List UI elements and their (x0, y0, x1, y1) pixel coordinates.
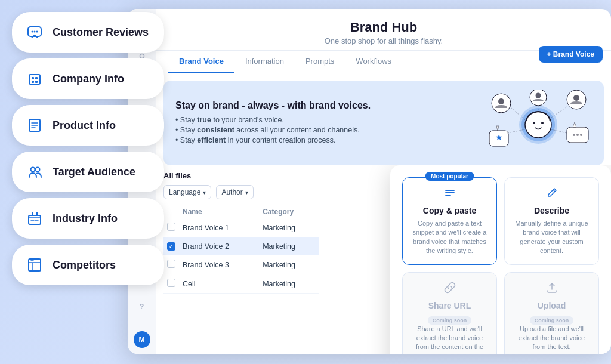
row1-name: Brand Voice 1 (179, 218, 259, 237)
pill-company-info[interactable]: Company Info (12, 58, 164, 99)
table-row: ✓ Brand Voice 2 Marketing (163, 237, 319, 255)
svg-rect-5 (32, 77, 34, 79)
option-copy-paste-label: Copy & paste (410, 206, 489, 215)
sidebar-help-icon[interactable]: ? (132, 297, 152, 316)
tab-prompts[interactable]: Prompts (295, 51, 345, 73)
brand-voice-modal: Most popular Copy & paste Copy and paste… (390, 165, 611, 354)
filter-row: Language ▾ Author ▾ (163, 185, 319, 199)
svg-rect-8 (35, 81, 38, 83)
option-copy-paste[interactable]: Most popular Copy & paste Copy and paste… (402, 177, 497, 265)
row2-checkbox[interactable]: ✓ (167, 242, 175, 251)
most-popular-badge: Most popular (425, 172, 474, 181)
svg-point-32 (541, 122, 544, 124)
col-category: Category (259, 205, 319, 218)
sidebar-avatar[interactable]: M (134, 331, 150, 348)
svg-point-45 (576, 134, 579, 136)
language-filter-label: Language (169, 188, 200, 196)
option-describe[interactable]: Describe Manually define a unique brand … (504, 177, 599, 265)
company-info-icon (24, 68, 45, 90)
banner-bullet-1: • Stay true to your brand's voice. (175, 116, 371, 124)
svg-rect-6 (35, 77, 38, 79)
option-describe-label: Describe (512, 206, 591, 215)
brand-banner: Stay on brand - always - with brand voic… (163, 81, 604, 165)
file-table: Name Category Brand Voice 1 Marketing (163, 205, 319, 294)
tab-workflows[interactable]: Workflows (345, 51, 402, 73)
tab-information[interactable]: Information (234, 51, 295, 73)
customer-reviews-icon (24, 21, 45, 43)
svg-rect-15 (29, 215, 41, 224)
pill-target-audience-label: Target Audience (53, 166, 135, 178)
svg-line-55 (553, 190, 555, 192)
svg-line-49 (551, 107, 567, 118)
svg-point-36 (536, 93, 541, 98)
table-row: Brand Voice 3 Marketing (163, 255, 319, 274)
pill-product-info-label: Product Info (53, 119, 116, 132)
author-filter-label: Author (221, 188, 242, 196)
pill-industry-info[interactable]: Industry Info (12, 198, 164, 239)
language-filter-chevron: ▾ (203, 189, 206, 196)
banner-bold-2: consistent (197, 126, 234, 134)
svg-point-46 (580, 134, 582, 136)
option-upload-desc: Upload a file and we'll extract the bran… (512, 325, 591, 352)
option-upload-label: Upload (512, 301, 591, 310)
table-row: Cell Marketing (163, 274, 319, 294)
svg-rect-21 (29, 259, 41, 271)
banner-bullets: • Stay true to your brand's voice. • Sta… (175, 116, 371, 144)
banner-bullet-3: • Stay efficient in your content creatio… (175, 136, 371, 144)
app-subtitle: One stop shop for all things flashy. (168, 36, 599, 45)
option-copy-paste-desc: Copy and paste a text snippet and we'll … (410, 219, 489, 256)
row3-name: Brand Voice 3 (179, 255, 259, 274)
svg-point-38 (573, 95, 579, 101)
tab-brand-voice[interactable]: Brand Voice (168, 51, 234, 73)
pill-company-info-label: Company Info (53, 73, 124, 85)
option-share-url-desc: Share a URL and we'll extract the brand … (410, 325, 489, 354)
upload-badge: Coming soon (530, 316, 574, 325)
industry-info-icon (24, 208, 45, 229)
row1-checkbox[interactable] (167, 223, 175, 231)
scene: Customer Reviews Company Info (0, 0, 611, 364)
pill-competitors[interactable]: Competitors (12, 245, 164, 285)
author-filter[interactable]: Author ▾ (216, 185, 253, 199)
svg-marker-43 (573, 122, 576, 127)
row4-category: Marketing (259, 274, 319, 294)
banner-illustration: ★ (485, 90, 592, 156)
banner-bold-1: true (197, 116, 211, 124)
pill-product-info[interactable]: Product Info (12, 105, 164, 146)
option-describe-desc: Manually define a unique brand voice tha… (512, 219, 591, 256)
app-title: Brand Hub (168, 20, 599, 35)
share-url-icon (410, 281, 489, 297)
product-info-icon (24, 115, 45, 136)
row4-name: Cell (179, 274, 259, 294)
svg-marker-40 (496, 126, 499, 131)
share-url-badge: Coming soon (428, 316, 472, 325)
svg-point-1 (32, 31, 33, 33)
banner-headline: Stay on brand - always - with brand voic… (175, 100, 371, 111)
banner-bullet-2: • Stay consistent across all your conten… (175, 126, 371, 134)
upload-icon (512, 281, 591, 297)
target-audience-icon (24, 161, 45, 183)
modal-options-grid: Most popular Copy & paste Copy and paste… (402, 177, 599, 354)
option-share-url-label: Share URL (410, 301, 489, 310)
competitors-icon (24, 254, 45, 276)
svg-point-31 (533, 122, 535, 124)
option-upload[interactable]: Upload Coming soon Upload a file and we'… (504, 272, 599, 354)
pill-target-audience[interactable]: Target Audience (12, 152, 164, 192)
banner-text: Stay on brand - always - with brand voic… (175, 100, 371, 146)
language-filter[interactable]: Language ▾ (163, 185, 211, 199)
option-share-url[interactable]: Share URL Coming soon Share a URL and we… (402, 272, 497, 354)
pill-customer-reviews[interactable]: Customer Reviews (12, 12, 164, 53)
app-header: Brand Hub One stop shop for all things f… (156, 9, 611, 51)
svg-point-13 (31, 168, 35, 172)
row4-checkbox[interactable] (167, 279, 175, 287)
svg-rect-7 (32, 81, 34, 83)
row3-category: Marketing (259, 255, 319, 274)
app-window: 🏠 ? M Brand Hub One stop shop fo (128, 9, 611, 354)
pill-competitors-label: Competitors (53, 259, 116, 272)
row1-category: Marketing (259, 218, 319, 237)
author-filter-chevron: ▾ (245, 189, 248, 196)
col-name: Name (179, 205, 259, 218)
svg-point-3 (36, 31, 38, 33)
add-brand-voice-button[interactable]: + Brand Voice (539, 46, 603, 63)
svg-point-44 (573, 134, 575, 136)
row3-checkbox[interactable] (167, 260, 175, 268)
